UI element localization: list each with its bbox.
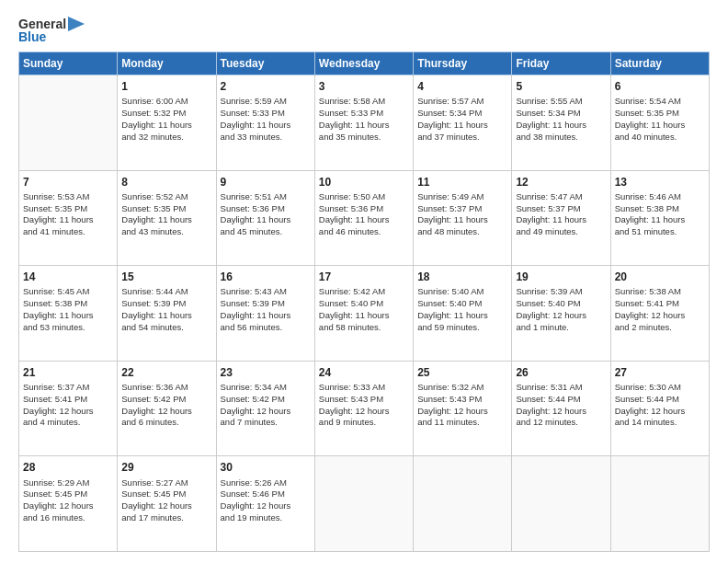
calendar-cell: 13Sunrise: 5:46 AM Sunset: 5:38 PM Dayli… bbox=[610, 170, 709, 266]
day-info: Sunrise: 5:42 AM Sunset: 5:40 PM Dayligh… bbox=[319, 286, 409, 333]
calendar-cell: 29Sunrise: 5:27 AM Sunset: 5:45 PM Dayli… bbox=[118, 456, 216, 552]
calendar-cell: 11Sunrise: 5:49 AM Sunset: 5:37 PM Dayli… bbox=[414, 170, 512, 266]
calendar-cell: 3Sunrise: 5:58 AM Sunset: 5:33 PM Daylig… bbox=[314, 75, 413, 171]
day-number: 21 bbox=[23, 365, 113, 380]
calendar-cell: 22Sunrise: 5:36 AM Sunset: 5:42 PM Dayli… bbox=[118, 361, 216, 456]
day-info: Sunrise: 5:44 AM Sunset: 5:39 PM Dayligh… bbox=[121, 286, 211, 333]
calendar-cell: 4Sunrise: 5:57 AM Sunset: 5:34 PM Daylig… bbox=[414, 75, 512, 171]
day-info: Sunrise: 5:36 AM Sunset: 5:42 PM Dayligh… bbox=[121, 382, 211, 429]
day-info: Sunrise: 5:50 AM Sunset: 5:36 PM Dayligh… bbox=[319, 191, 409, 238]
day-info: Sunrise: 5:47 AM Sunset: 5:37 PM Dayligh… bbox=[516, 191, 606, 238]
calendar-cell: 5Sunrise: 5:55 AM Sunset: 5:34 PM Daylig… bbox=[512, 75, 610, 171]
calendar-cell bbox=[19, 75, 118, 171]
calendar-cell: 17Sunrise: 5:42 AM Sunset: 5:40 PM Dayli… bbox=[314, 266, 413, 362]
day-number: 3 bbox=[319, 79, 409, 94]
calendar-cell: 26Sunrise: 5:31 AM Sunset: 5:44 PM Dayli… bbox=[512, 361, 610, 456]
day-header-monday: Monday bbox=[118, 52, 216, 75]
day-info: Sunrise: 5:32 AM Sunset: 5:43 PM Dayligh… bbox=[417, 382, 507, 429]
calendar: SundayMondayTuesdayWednesdayThursdayFrid… bbox=[18, 52, 710, 552]
logo-blue: Blue bbox=[18, 29, 46, 44]
calendar-cell: 12Sunrise: 5:47 AM Sunset: 5:37 PM Dayli… bbox=[512, 170, 610, 266]
day-info: Sunrise: 5:38 AM Sunset: 5:41 PM Dayligh… bbox=[615, 286, 705, 333]
calendar-cell: 1Sunrise: 6:00 AM Sunset: 5:32 PM Daylig… bbox=[118, 75, 216, 171]
day-number: 10 bbox=[319, 175, 409, 190]
day-number: 1 bbox=[121, 79, 211, 94]
day-header-saturday: Saturday bbox=[610, 52, 709, 75]
calendar-cell: 28Sunrise: 5:29 AM Sunset: 5:45 PM Dayli… bbox=[19, 456, 118, 552]
day-number: 8 bbox=[121, 175, 211, 190]
day-info: Sunrise: 5:27 AM Sunset: 5:45 PM Dayligh… bbox=[121, 477, 211, 524]
day-info: Sunrise: 5:31 AM Sunset: 5:44 PM Dayligh… bbox=[516, 382, 606, 429]
logo-text-block: General Blue bbox=[18, 17, 85, 44]
day-number: 18 bbox=[417, 270, 507, 284]
calendar-cell: 14Sunrise: 5:45 AM Sunset: 5:38 PM Dayli… bbox=[19, 266, 118, 362]
day-number: 7 bbox=[23, 175, 113, 190]
logo-arrow-icon bbox=[68, 17, 85, 31]
calendar-cell bbox=[610, 456, 709, 552]
calendar-cell: 30Sunrise: 5:26 AM Sunset: 5:46 PM Dayli… bbox=[216, 456, 314, 552]
calendar-cell: 21Sunrise: 5:37 AM Sunset: 5:41 PM Dayli… bbox=[19, 361, 118, 456]
page-header: General Blue bbox=[18, 17, 710, 44]
day-number: 17 bbox=[319, 270, 409, 284]
day-number: 27 bbox=[615, 365, 705, 380]
day-number: 2 bbox=[221, 79, 311, 94]
day-header-thursday: Thursday bbox=[414, 52, 512, 75]
day-number: 14 bbox=[23, 270, 113, 284]
calendar-cell: 24Sunrise: 5:33 AM Sunset: 5:43 PM Dayli… bbox=[314, 361, 413, 456]
day-info: Sunrise: 5:58 AM Sunset: 5:33 PM Dayligh… bbox=[319, 96, 409, 143]
day-info: Sunrise: 5:49 AM Sunset: 5:37 PM Dayligh… bbox=[417, 191, 507, 238]
calendar-week-row: 21Sunrise: 5:37 AM Sunset: 5:41 PM Dayli… bbox=[19, 361, 710, 456]
calendar-cell: 2Sunrise: 5:59 AM Sunset: 5:33 PM Daylig… bbox=[216, 75, 314, 171]
day-info: Sunrise: 5:52 AM Sunset: 5:35 PM Dayligh… bbox=[121, 191, 211, 238]
day-info: Sunrise: 5:30 AM Sunset: 5:44 PM Dayligh… bbox=[615, 382, 705, 429]
calendar-cell: 10Sunrise: 5:50 AM Sunset: 5:36 PM Dayli… bbox=[314, 170, 413, 266]
day-number: 20 bbox=[615, 270, 705, 284]
day-number: 11 bbox=[417, 175, 507, 190]
day-number: 28 bbox=[23, 460, 113, 475]
logo: General Blue bbox=[18, 17, 85, 44]
calendar-cell: 20Sunrise: 5:38 AM Sunset: 5:41 PM Dayli… bbox=[610, 266, 709, 362]
day-header-friday: Friday bbox=[512, 52, 610, 75]
day-info: Sunrise: 6:00 AM Sunset: 5:32 PM Dayligh… bbox=[121, 96, 211, 143]
day-number: 16 bbox=[221, 270, 311, 284]
day-info: Sunrise: 5:57 AM Sunset: 5:34 PM Dayligh… bbox=[417, 96, 507, 143]
day-info: Sunrise: 5:39 AM Sunset: 5:40 PM Dayligh… bbox=[516, 286, 606, 333]
calendar-week-row: 28Sunrise: 5:29 AM Sunset: 5:45 PM Dayli… bbox=[19, 456, 710, 552]
calendar-cell: 15Sunrise: 5:44 AM Sunset: 5:39 PM Dayli… bbox=[118, 266, 216, 362]
day-number: 5 bbox=[516, 79, 606, 94]
svg-marker-0 bbox=[68, 17, 85, 31]
day-info: Sunrise: 5:59 AM Sunset: 5:33 PM Dayligh… bbox=[221, 96, 311, 143]
calendar-header-row: SundayMondayTuesdayWednesdayThursdayFrid… bbox=[19, 52, 710, 75]
day-number: 22 bbox=[121, 365, 211, 380]
day-info: Sunrise: 5:37 AM Sunset: 5:41 PM Dayligh… bbox=[23, 382, 113, 429]
day-info: Sunrise: 5:34 AM Sunset: 5:42 PM Dayligh… bbox=[221, 382, 311, 429]
day-number: 15 bbox=[121, 270, 211, 284]
day-number: 9 bbox=[221, 175, 311, 190]
day-number: 24 bbox=[319, 365, 409, 380]
calendar-cell bbox=[314, 456, 413, 552]
day-number: 23 bbox=[221, 365, 311, 380]
calendar-week-row: 1Sunrise: 6:00 AM Sunset: 5:32 PM Daylig… bbox=[19, 75, 710, 171]
calendar-cell: 9Sunrise: 5:51 AM Sunset: 5:36 PM Daylig… bbox=[216, 170, 314, 266]
calendar-cell: 7Sunrise: 5:53 AM Sunset: 5:35 PM Daylig… bbox=[19, 170, 118, 266]
day-number: 19 bbox=[516, 270, 606, 284]
day-info: Sunrise: 5:33 AM Sunset: 5:43 PM Dayligh… bbox=[319, 382, 409, 429]
day-info: Sunrise: 5:45 AM Sunset: 5:38 PM Dayligh… bbox=[23, 286, 113, 333]
day-number: 6 bbox=[615, 79, 705, 94]
calendar-cell: 18Sunrise: 5:40 AM Sunset: 5:40 PM Dayli… bbox=[414, 266, 512, 362]
day-number: 29 bbox=[121, 460, 211, 475]
day-info: Sunrise: 5:43 AM Sunset: 5:39 PM Dayligh… bbox=[221, 286, 311, 333]
calendar-cell: 8Sunrise: 5:52 AM Sunset: 5:35 PM Daylig… bbox=[118, 170, 216, 266]
day-info: Sunrise: 5:40 AM Sunset: 5:40 PM Dayligh… bbox=[417, 286, 507, 333]
day-info: Sunrise: 5:26 AM Sunset: 5:46 PM Dayligh… bbox=[221, 477, 311, 524]
day-number: 12 bbox=[516, 175, 606, 190]
calendar-cell: 16Sunrise: 5:43 AM Sunset: 5:39 PM Dayli… bbox=[216, 266, 314, 362]
day-info: Sunrise: 5:54 AM Sunset: 5:35 PM Dayligh… bbox=[615, 96, 705, 143]
day-number: 13 bbox=[615, 175, 705, 190]
calendar-cell: 6Sunrise: 5:54 AM Sunset: 5:35 PM Daylig… bbox=[610, 75, 709, 171]
day-header-sunday: Sunday bbox=[19, 52, 118, 75]
day-header-tuesday: Tuesday bbox=[216, 52, 314, 75]
calendar-cell: 25Sunrise: 5:32 AM Sunset: 5:43 PM Dayli… bbox=[414, 361, 512, 456]
day-header-wednesday: Wednesday bbox=[314, 52, 413, 75]
day-info: Sunrise: 5:53 AM Sunset: 5:35 PM Dayligh… bbox=[23, 191, 113, 238]
